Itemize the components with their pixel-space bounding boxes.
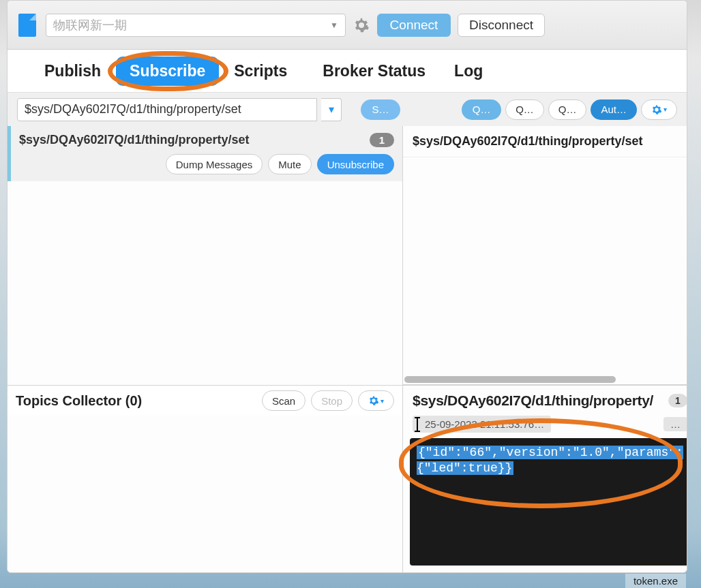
topic-dropdown-toggle[interactable]: ▾ bbox=[321, 98, 342, 121]
message-count-badge: 1 bbox=[370, 133, 394, 147]
dump-messages-button[interactable]: Dump Messages bbox=[166, 154, 263, 174]
collector-title: Topics Collector (0) bbox=[16, 393, 142, 409]
tab-subscribe-label: Subscribe bbox=[130, 62, 205, 80]
payload-text: {"id":"66","version":"1.0","params":{"le… bbox=[417, 446, 683, 475]
connection-placeholder: 物联网新一期 bbox=[53, 17, 127, 33]
tab-scripts[interactable]: Scripts bbox=[220, 57, 301, 86]
tab-subscribe[interactable]: Subscribe bbox=[116, 57, 219, 86]
qos-button-1[interactable]: Q… bbox=[462, 99, 501, 120]
topic-panel: $sys/DQAy602I7Q/d1/thing/property/set bbox=[403, 126, 687, 385]
app-window: 物联网新一期 ▼ Connect Disconnect Publish Subs… bbox=[7, 0, 687, 573]
text-cursor-icon bbox=[417, 418, 418, 431]
mute-button[interactable]: Mute bbox=[268, 154, 311, 174]
topic-panel-title: $sys/DQAy602I7Q/d1/thing/property/set bbox=[403, 126, 687, 157]
message-timestamp: 25-09-2023 21:11:53.76… bbox=[413, 416, 551, 433]
unsubscribe-button[interactable]: Unsubscribe bbox=[317, 154, 394, 174]
disconnect-button[interactable]: Disconnect bbox=[458, 14, 545, 37]
message-topic: $sys/DQAy602I7Q/d1/thing/property/ bbox=[413, 392, 653, 409]
tab-publish[interactable]: Publish bbox=[31, 57, 115, 86]
collector-options-button[interactable]: ▾ bbox=[358, 390, 394, 411]
subscription-empty-area bbox=[8, 181, 402, 385]
qos-button-2[interactable]: Q… bbox=[505, 99, 544, 120]
connect-button[interactable]: Connect bbox=[377, 14, 451, 37]
main-content: $sys/DQAy602I7Q/d1/thing/property/set 1 … bbox=[8, 126, 687, 572]
autoscroll-button[interactable]: Aut… bbox=[591, 99, 637, 120]
tab-broker-status[interactable]: Broker Status bbox=[309, 57, 439, 86]
settings-icon[interactable] bbox=[353, 16, 370, 34]
message-index-badge: 1 bbox=[668, 394, 687, 407]
subscribe-button[interactable]: S… bbox=[361, 99, 400, 120]
chevron-down-icon: ▼ bbox=[330, 20, 338, 30]
subscription-topic: $sys/DQAy602I7Q/d1/thing/property/set bbox=[19, 133, 249, 147]
collector-body bbox=[8, 416, 402, 572]
timestamp-text: 25-09-2023 21:11:53.76… bbox=[425, 418, 544, 430]
subscription-item[interactable]: $sys/DQAy602I7Q/d1/thing/property/set 1 … bbox=[8, 126, 402, 181]
qos-button-3[interactable]: Q… bbox=[548, 99, 587, 120]
message-detail: $sys/DQAy602I7Q/d1/thing/property/ 1 25-… bbox=[403, 385, 687, 572]
topics-collector: Topics Collector (0) Scan Stop ▾ bbox=[8, 385, 403, 572]
subscribe-bar: $sys/DQAy602I7Q/d1/thing/property/set ▾ … bbox=[8, 92, 687, 126]
topic-input[interactable]: $sys/DQAy602I7Q/d1/thing/property/set bbox=[17, 98, 317, 121]
horizontal-scrollbar[interactable] bbox=[404, 376, 616, 383]
options-button[interactable]: ▾ bbox=[641, 99, 677, 120]
tab-log[interactable]: Log bbox=[441, 57, 496, 86]
scan-button[interactable]: Scan bbox=[262, 390, 305, 411]
stop-button: Stop bbox=[311, 390, 353, 411]
message-list[interactable] bbox=[403, 157, 687, 384]
tab-bar: Publish Subscribe Scripts Broker Status … bbox=[8, 50, 687, 92]
connection-select[interactable]: 物联网新一期 ▼ bbox=[46, 14, 346, 37]
file-icon bbox=[18, 14, 36, 37]
taskbar-item[interactable]: token.exe bbox=[625, 574, 686, 588]
toolbar: 物联网新一期 ▼ Connect Disconnect bbox=[8, 1, 687, 50]
message-more-button[interactable]: … bbox=[663, 417, 687, 431]
subscription-list: $sys/DQAy602I7Q/d1/thing/property/set 1 … bbox=[8, 126, 403, 385]
payload-box[interactable]: {"id":"66","version":"1.0","params":{"le… bbox=[410, 438, 687, 566]
